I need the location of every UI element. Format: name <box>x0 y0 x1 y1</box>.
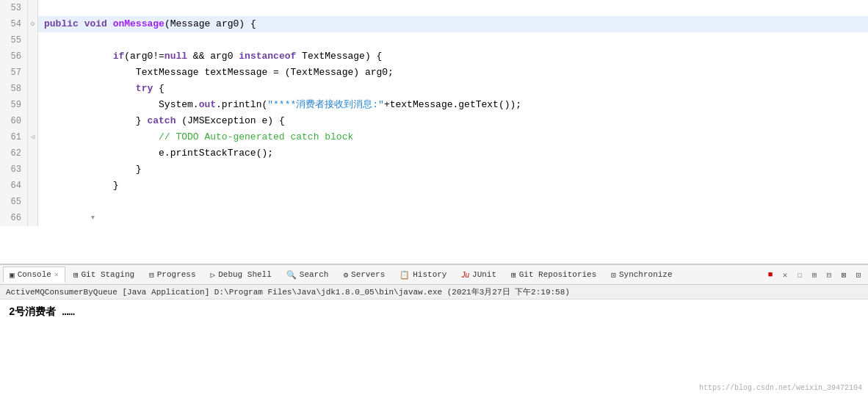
restore-button[interactable]: ⊠ <box>837 268 850 281</box>
line-marker-59 <box>28 97 38 113</box>
pin-button[interactable]: ⊞ <box>808 268 821 281</box>
code-line-60: 60 } catch (JMSException e) { <box>0 113 868 129</box>
indent <box>44 129 159 145</box>
minimize-button[interactable]: ⊟ <box>822 268 836 281</box>
keyword-if: if <box>113 48 125 65</box>
keyword-instanceof: instanceof <box>239 48 296 65</box>
tab-console-label: Console <box>18 270 51 279</box>
console-close-icon[interactable]: ✕ <box>54 270 59 279</box>
code-line-63: 63 } <box>0 162 868 178</box>
line-content-62: e.printStackTrace(); <box>38 145 868 162</box>
keyword-catch: catch <box>147 113 176 129</box>
line-content-55 <box>38 32 868 48</box>
tab-progress[interactable]: ⊟ Progress <box>142 267 202 283</box>
console-icon: ▣ <box>10 270 15 280</box>
indent <box>44 113 136 129</box>
tab-search[interactable]: 🔍 Search <box>280 267 336 283</box>
search-icon: 🔍 <box>286 270 297 280</box>
watermark-text: https://blog.csdn.net/weixin_39472104 <box>699 384 862 392</box>
maximize-button[interactable]: ⊡ <box>852 268 865 281</box>
line-content-56: if (arg0!= null && arg0 instanceof TextM… <box>38 48 868 65</box>
tab-servers[interactable]: ⚙ Servers <box>336 267 391 283</box>
synchronize-icon: ⊡ <box>611 270 616 280</box>
line-content-54: public void onMessage (Message arg0) { <box>38 16 868 32</box>
line-number-58: 58 <box>0 81 28 97</box>
tab-history[interactable]: 📋 History <box>393 267 453 283</box>
line-number-60: 60 <box>0 113 28 129</box>
line-content-53 <box>38 0 868 16</box>
console-path-text: ActiveMQConsumerByQueue [Java Applicatio… <box>6 286 570 297</box>
keyword-try: try <box>136 81 153 97</box>
line-marker-63 <box>28 162 38 178</box>
line-content-58: try { <box>38 81 868 97</box>
code-text: TextMessage) { <box>296 48 382 65</box>
line-number-61: 61 <box>0 129 28 145</box>
git-repos-icon: ⊞ <box>511 270 516 280</box>
fold-indicator: ▾ <box>90 210 95 226</box>
tab-junit-label: JUnit <box>472 270 496 279</box>
code-line-59: 59 System. out .println( "****消费者接收到消息:"… <box>0 97 868 113</box>
tab-junit[interactable]: Ju JUnit <box>455 267 503 283</box>
progress-icon: ⊟ <box>149 270 154 280</box>
tab-git-staging-label: Git Staging <box>82 270 135 279</box>
line-number-56: 56 <box>0 48 28 65</box>
tab-synchronize[interactable]: ⊡ Synchronize <box>604 267 679 283</box>
watermark: https://blog.csdn.net/weixin_39472104 <box>699 384 862 392</box>
tab-console[interactable]: ▣ Console ✕ <box>3 267 65 283</box>
line-number-59: 59 <box>0 97 28 113</box>
code-text: +textMessage.getText()); <box>384 97 521 113</box>
line-marker-54: ◇ <box>28 16 38 32</box>
line-content-64: } <box>38 178 868 194</box>
line-number-55: 55 <box>0 32 28 48</box>
tab-progress-label: Progress <box>157 270 196 279</box>
tab-bar: ▣ Console ✕ ⊞ Git Staging ⊟ Progress ▷ D… <box>0 264 868 285</box>
code-line-56: 56 if (arg0!= null && arg0 instanceof Te… <box>0 48 868 65</box>
tab-debug-shell[interactable]: ▷ Debug Shell <box>204 267 278 283</box>
tab-debug-shell-label: Debug Shell <box>218 270 272 279</box>
keyword-public: public <box>44 16 79 32</box>
line-content-60: } catch (JMSException e) { <box>38 113 868 129</box>
indent <box>44 97 159 113</box>
line-number-62: 62 <box>0 145 28 162</box>
code-editor: 53 54 ◇ public void onMessage (Message a… <box>0 0 868 264</box>
tab-servers-label: Servers <box>351 270 385 279</box>
tab-git-repos[interactable]: ⊞ Git Repositories <box>504 267 603 283</box>
clear-button[interactable]: ☐ <box>793 268 806 281</box>
method-onmessage: onMessage <box>113 16 164 32</box>
line-marker-65 <box>28 194 38 210</box>
line-content-65 <box>38 194 868 210</box>
comment-todo: // TODO Auto-generated catch block <box>159 129 353 145</box>
line-marker-61: ◁ <box>28 129 38 145</box>
tab-git-staging[interactable]: ⊞ Git Staging <box>67 267 141 283</box>
tab-git-repos-label: Git Repositories <box>519 270 597 279</box>
code-line-55: 55 <box>0 32 868 48</box>
console-toolbar-right: ■ ✕ ☐ ⊞ ⊟ ⊠ ⊡ <box>764 268 865 281</box>
indent <box>44 81 136 97</box>
line-number-63: 63 <box>0 162 28 178</box>
keyword-void: void <box>84 16 107 32</box>
line-marker-66 <box>28 210 38 226</box>
keyword-null: null <box>164 48 187 65</box>
debug-shell-icon: ▷ <box>211 270 216 280</box>
code-line-57: 57 TextMessage textMessage = (TextMessag… <box>0 65 868 81</box>
line-marker-62 <box>28 145 38 162</box>
line-number-65: 65 <box>0 194 28 210</box>
close-console-button[interactable]: ✕ <box>778 268 792 281</box>
code-text: } <box>136 162 142 178</box>
code-line-62: 62 e.printStackTrace(); <box>0 145 868 162</box>
line-number-54: 54 <box>0 16 28 32</box>
code-text: { <box>153 81 164 97</box>
console-output-text: 2号消费者 …… <box>9 306 75 318</box>
tab-synchronize-label: Synchronize <box>619 270 673 279</box>
code-text: e.printStackTrace(); <box>159 145 273 162</box>
line-marker-56 <box>28 48 38 65</box>
code-line-53: 53 <box>0 0 868 16</box>
stop-button[interactable]: ■ <box>764 268 777 281</box>
console-output-area: 2号消费者 …… <box>0 300 868 325</box>
line-marker-55 <box>28 32 38 48</box>
indent <box>44 210 90 226</box>
code-text: } <box>113 178 119 194</box>
code-text: } <box>136 113 148 129</box>
code-line-64: 64 } <box>0 178 868 194</box>
code-text: (arg0!= <box>124 48 164 65</box>
